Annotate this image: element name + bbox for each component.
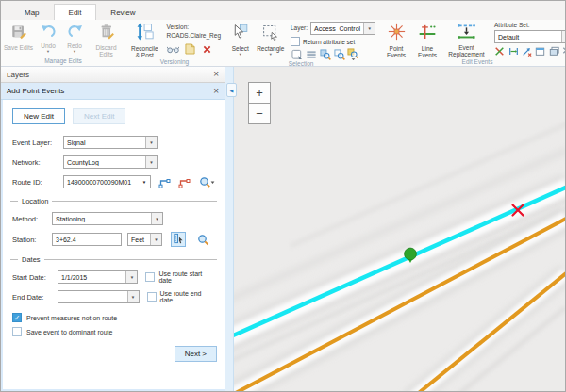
zoom-out-button[interactable]: − [248,103,271,124]
layer-combo-value: Access_Control [311,25,363,32]
select-cursor-icon [231,23,249,44]
station-unit-value: Feet [128,237,150,243]
tab-review[interactable]: Review [96,5,149,20]
next-button[interactable]: Next > [175,346,217,362]
select-label: Select [232,45,249,52]
measure-event-icon[interactable] [508,45,518,57]
method-caret-icon[interactable]: ▼ [151,213,162,224]
trash-icon [98,23,115,43]
station-input[interactable]: 3+62.4 [52,233,122,246]
station-unit-combo[interactable]: Feet ▼ [127,233,162,246]
discard-edits-button[interactable]: Discard Edits [89,21,124,57]
start-date-value: 1/1/2015 [58,274,125,281]
ribbon-group-manage-edits: Save Edits Undo ▼ Redo ▼ Discard Edits M… [3,20,124,66]
layer-combo[interactable]: Access_Control ▼ [310,22,375,35]
zoom-to-station-icon[interactable] [197,234,209,246]
rectangle-marquee-icon [261,23,279,44]
pane-divider[interactable]: ◀ [225,67,234,391]
split-event-icon[interactable] [494,45,505,57]
redo-caret-icon[interactable]: ▼ [73,50,76,54]
reconcile-post-label: Reconcile & Post [131,45,158,58]
event-replacement-label: Event Replacement [448,44,484,57]
layers-pane-header[interactable]: Layers × [1,67,225,83]
station-value: 3+62.4 [53,237,121,243]
retire-event-icon[interactable] [522,45,532,57]
save-dominant-checkbox[interactable] [12,327,22,336]
ribbon-group-edit-events: Point Events Line Events Event Replaceme… [378,20,566,66]
location-legend: Location [10,197,217,205]
attribute-set-caret-icon[interactable]: ▼ [561,31,566,42]
app-window: Map Edit Review Save Edits Undo ▼ Redo [0,0,566,392]
zoom-to-selection-icon[interactable] [319,48,331,60]
redo-label: Redo [67,42,82,49]
layers-close-icon[interactable]: × [213,70,219,79]
event-windows-icon[interactable] [549,45,559,57]
line-events-label: Line Events [418,45,437,58]
event-replacement-button[interactable]: Event Replacement [444,21,489,57]
reconcile-icon [136,23,154,44]
station-ruler-icon [173,231,184,248]
rectangle-caret-icon[interactable]: ▼ [269,53,273,57]
start-date-caret-icon[interactable]: ▼ [125,271,137,283]
use-route-start-label: Use route start date [158,270,215,284]
route-network-blue-icon[interactable] [158,176,171,188]
network-combo[interactable]: CountyLog ▼ [63,155,158,169]
event-layer-label: Event Layer: [12,139,59,147]
route-id-combo[interactable]: 14900000700090M01 ▼ [63,175,151,188]
method-combo[interactable]: Stationing ▼ [52,212,163,225]
versioning-glasses-icon[interactable] [167,43,179,56]
delete-version-icon[interactable] [201,43,213,56]
select-by-shape-icon[interactable] [291,48,303,60]
layer-combo-caret-icon[interactable]: ▼ [363,23,375,34]
event-layer-caret-icon[interactable]: ▼ [145,137,157,148]
event-window-icon[interactable] [535,45,545,57]
select-caret-icon[interactable]: ▼ [239,53,242,57]
undo-button[interactable]: Undo ▼ [36,21,60,54]
route-network-red-icon[interactable] [178,176,191,188]
end-date-label: End Date: [12,293,54,302]
use-route-start-checkbox[interactable] [145,272,155,282]
prevent-measures-checkbox[interactable]: ✓ [12,313,22,322]
undo-caret-icon[interactable]: ▼ [46,50,50,54]
layers-pane-title: Layers [7,71,29,79]
return-attribute-set-checkbox[interactable] [291,37,300,46]
route-id-caret-icon[interactable]: ▼ [139,176,150,188]
end-date-combo[interactable]: ▼ [58,290,140,303]
save-edits-button[interactable]: Save Edits [3,21,34,51]
prevent-measures-label: Prevent measures not on route [26,315,117,321]
redo-button[interactable]: Redo ▼ [62,21,87,54]
map-canvas[interactable] [234,67,565,391]
start-date-combo[interactable]: 1/1/2015 ▼ [58,270,138,284]
network-caret-icon[interactable]: ▼ [145,156,157,168]
map-view[interactable]: + − [234,67,565,391]
point-events-button[interactable]: Point Events [382,21,410,58]
end-date-caret-icon[interactable]: ▼ [127,291,139,302]
ribbon-group-versioning: Reconcile & Post Version: ROADS.Claire_R… [125,20,224,66]
zoom-to-route-icon[interactable] [199,176,215,188]
tab-map[interactable]: Map [10,5,54,20]
attributes-table-icon[interactable] [305,48,317,60]
event-settings-icon[interactable] [562,45,566,57]
version-value: ROADS.Claire_Reg [167,32,221,39]
station-unit-caret-icon[interactable]: ▼ [150,234,161,245]
event-layer-combo[interactable]: Signal ▼ [63,136,158,149]
pan-to-selection-icon[interactable] [333,48,345,60]
rectangle-select-button[interactable]: Rectangle ▼ [256,21,286,57]
group-label-versioning: Versioning [125,58,224,67]
undo-label: Undo [41,42,56,49]
collapse-pane-button[interactable]: ◀ [226,83,237,97]
reconcile-post-button[interactable]: Reconcile & Post [128,21,161,58]
select-layer-icon[interactable] [347,48,359,60]
attribute-set-combo[interactable]: Default ▼ [494,30,566,43]
add-point-events-header[interactable]: Add Point Events × [1,83,225,100]
next-edit-button[interactable]: Next Edit [73,108,125,124]
new-edit-button[interactable]: New Edit [12,108,65,124]
line-events-button[interactable]: Line Events [413,21,441,58]
add-point-events-close-icon[interactable]: × [213,87,219,96]
use-route-end-checkbox[interactable] [147,292,157,302]
select-button[interactable]: Select ▼ [227,21,254,57]
new-version-icon[interactable] [184,43,196,56]
zoom-in-button[interactable]: + [248,82,271,104]
pick-station-button[interactable] [171,232,186,247]
tab-edit[interactable]: Edit [54,4,97,20]
